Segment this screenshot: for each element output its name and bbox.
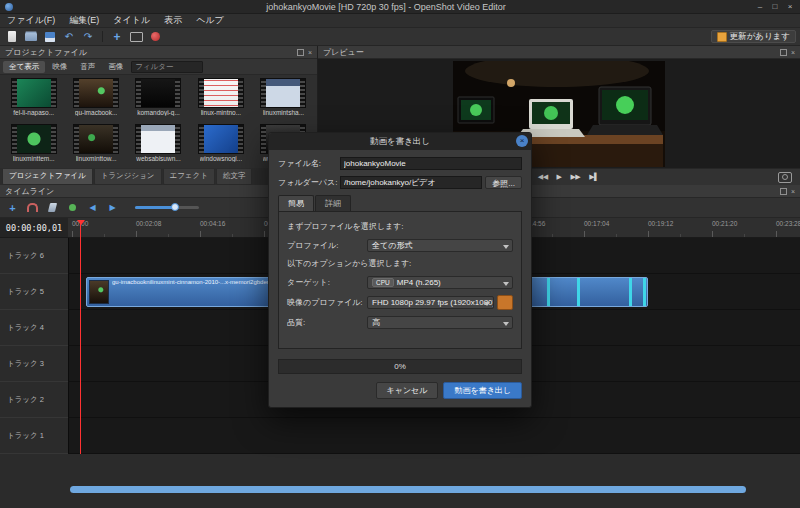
redo-button[interactable]: ↷ — [80, 30, 96, 44]
titlebar: johokankyoMovie [HD 720p 30 fps] - OpenS… — [0, 0, 800, 14]
project-panel-header: プロジェクトファイル × — [0, 46, 317, 59]
panel-tab[interactable]: トランジション — [94, 169, 162, 185]
add-track-button[interactable]: + — [5, 200, 20, 215]
panel-close-icon[interactable]: × — [791, 188, 795, 195]
plus-icon: + — [9, 202, 15, 214]
video-profile-select[interactable]: FHD 1080p 29.97 fps (1920x1080) — [367, 296, 494, 309]
browse-button[interactable]: 参照... — [485, 176, 522, 189]
play-button[interactable]: ▶ — [557, 173, 562, 181]
ruler-label: 00:17:04 — [584, 220, 609, 227]
minimize-button[interactable]: – — [755, 2, 765, 11]
project-file[interactable]: gu-imacbook... — [66, 78, 125, 123]
jump-end-button[interactable]: ▶▌ — [589, 173, 598, 181]
zoom-slider[interactable] — [135, 206, 199, 209]
target-value: MP4 (h.265) — [397, 278, 441, 287]
save-frame-button[interactable] — [778, 172, 792, 183]
panel-close-icon[interactable]: × — [308, 49, 312, 56]
profile-select[interactable]: 全ての形式 — [367, 239, 513, 252]
project-tab[interactable]: 画像 — [102, 61, 129, 73]
menu-item[interactable]: ファイル(F) — [0, 14, 62, 27]
project-file[interactable]: linuxminttow... — [66, 124, 125, 168]
project-tab[interactable]: 全て表示 — [3, 61, 45, 73]
track-lane[interactable] — [68, 418, 800, 454]
menu-item[interactable]: 表示 — [157, 14, 189, 27]
track-header[interactable]: トラック 1 — [0, 418, 68, 454]
export-button[interactable]: 動画を書き出し — [443, 382, 522, 399]
zoom-handle[interactable] — [171, 203, 179, 211]
undo-button[interactable]: ↶ — [61, 30, 77, 44]
project-tab[interactable]: 映像 — [46, 61, 73, 73]
next-marker-icon: ▶ — [109, 203, 115, 212]
panel-tab[interactable]: 絵文字 — [216, 169, 253, 185]
horizontal-scrollbar[interactable] — [70, 486, 746, 493]
track-header[interactable]: トラック 2 — [0, 382, 68, 418]
project-file[interactable]: linuxmintsha... — [254, 78, 313, 123]
export-dialog-tab[interactable]: 詳細 — [315, 195, 351, 211]
file-thumbnail — [260, 78, 306, 108]
razor-button[interactable] — [45, 200, 60, 215]
export-video-button[interactable] — [147, 30, 163, 44]
profile-value: 全ての形式 — [372, 240, 412, 251]
menu-item[interactable]: タイトル — [106, 14, 157, 27]
choose-profile-button[interactable] — [128, 30, 144, 44]
rewind-button[interactable]: ◀◀ — [538, 173, 548, 181]
track-header[interactable]: トラック 6 — [0, 238, 68, 274]
project-tabs: 全て表示映像音声画像 — [3, 61, 129, 73]
export-dialog: 動画を書き出し × ファイル名: フォルダーパス: 参照... 簡易詳細 まずプ… — [268, 132, 532, 408]
cancel-button[interactable]: キャンセル — [376, 382, 439, 399]
export-dialog-tab[interactable]: 簡易 — [278, 195, 314, 211]
panel-tab[interactable]: エフェクト — [163, 169, 215, 185]
track-row: トラック 1 — [0, 418, 800, 454]
playhead-handle[interactable] — [77, 220, 85, 225]
folder-path-input[interactable] — [340, 176, 482, 189]
project-file[interactable]: fel-li-napaso... — [4, 78, 63, 123]
target-select[interactable]: CPU MP4 (h.265) — [367, 276, 513, 289]
fast-forward-button[interactable]: ▶▶ — [570, 173, 580, 181]
file-thumbnail — [198, 124, 244, 154]
project-file[interactable]: windowsnogi... — [191, 124, 250, 168]
project-tab[interactable]: 音声 — [74, 61, 101, 73]
new-project-button[interactable] — [4, 30, 20, 44]
project-file[interactable]: linux-mintno... — [191, 78, 250, 123]
file-name: websabisuwn... — [136, 155, 180, 162]
filter-input[interactable] — [131, 61, 203, 73]
close-button[interactable]: × — [785, 2, 795, 11]
project-file[interactable]: komandoyi-q... — [129, 78, 188, 123]
track-header[interactable]: トラック 3 — [0, 346, 68, 382]
update-available-button[interactable]: 更新があります — [711, 30, 797, 43]
track-header[interactable]: トラック 4 — [0, 310, 68, 346]
panel-header-icons: × — [297, 49, 312, 56]
save-project-button[interactable] — [42, 30, 58, 44]
quality-select[interactable]: 高 — [367, 316, 513, 329]
undock-icon[interactable] — [780, 49, 787, 56]
add-marker-button[interactable] — [65, 200, 80, 215]
project-file[interactable]: linuxminttem... — [4, 124, 63, 168]
ruler-tick — [744, 234, 745, 237]
import-files-button[interactable]: + — [109, 30, 125, 44]
panel-tab[interactable]: プロジェクトファイル — [2, 169, 93, 185]
edit-profile-button[interactable] — [497, 295, 513, 310]
zoom-fill — [135, 206, 173, 209]
project-file[interactable]: websabisuwn... — [129, 124, 188, 168]
playhead[interactable] — [80, 220, 81, 454]
maximize-button[interactable]: □ — [770, 2, 780, 11]
menu-item[interactable]: ヘルプ — [189, 14, 231, 27]
snapping-button[interactable] — [25, 200, 40, 215]
target-label: ターゲット: — [287, 277, 367, 288]
window-title: johokankyoMovie [HD 720p 30 fps] - OpenS… — [17, 2, 755, 12]
open-project-button[interactable] — [23, 30, 39, 44]
file-name-input[interactable] — [340, 157, 522, 170]
menu-item[interactable]: 編集(E) — [62, 14, 106, 27]
panel-close-icon[interactable]: × — [791, 49, 795, 56]
dialog-close-button[interactable]: × — [516, 135, 528, 147]
next-marker-button[interactable]: ▶ — [105, 200, 120, 215]
project-panel-title: プロジェクトファイル — [5, 47, 87, 58]
cpu-badge: CPU — [372, 278, 394, 287]
ruler-tick — [680, 234, 681, 237]
undock-icon[interactable] — [297, 49, 304, 56]
undock-icon[interactable] — [780, 188, 787, 195]
ruler-tick — [104, 234, 105, 237]
track-header[interactable]: トラック 5 — [0, 274, 68, 310]
update-label: 更新があります — [730, 31, 791, 43]
previous-marker-button[interactable]: ◀ — [85, 200, 100, 215]
